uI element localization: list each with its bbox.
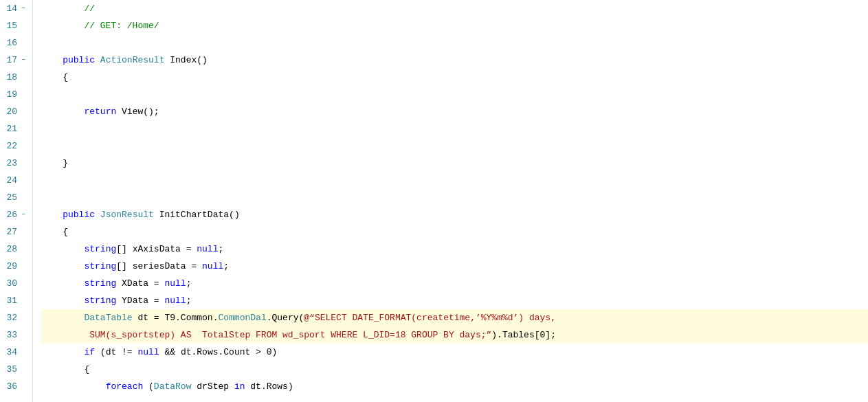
code-token: ).Tables[0]; [491, 326, 556, 344]
code-token: InitChartData() [154, 206, 240, 223]
code-line: { [41, 361, 868, 378]
code-line [41, 172, 868, 189]
code-token [95, 52, 100, 69]
code-token: { [41, 223, 68, 241]
code-line: return View(); [41, 103, 868, 120]
line-number: 33 [3, 326, 17, 344]
code-token: && dt.Rows.Count > 0) [159, 344, 278, 361]
code-token: drStep [191, 378, 234, 395]
line-number-row: 24 [3, 172, 27, 189]
line-number-row: 33 [3, 326, 27, 344]
line-number: 15 [3, 17, 17, 34]
code-token: null [202, 258, 223, 275]
line-number-row: 15 [3, 17, 27, 34]
code-token [41, 206, 63, 223]
code-token: XData = [116, 275, 164, 292]
code-token: null [164, 275, 186, 292]
code-token: JsonResult [100, 206, 154, 223]
line-number: 25 [3, 189, 17, 206]
code-token: dt = T9.Common. [133, 309, 219, 326]
line-number-row: 21 [3, 120, 27, 137]
code-token [41, 292, 84, 309]
code-token [41, 258, 84, 275]
code-token: foreach [106, 378, 144, 395]
line-number-row: 26− [3, 206, 27, 223]
line-number-row: 16 [3, 34, 27, 52]
line-number-row: 31 [3, 292, 27, 309]
line-number-row: 17− [3, 52, 27, 69]
code-token: // [41, 0, 95, 17]
code-token [41, 103, 84, 120]
code-token: if [84, 344, 95, 361]
code-line: // GET: /Home/ [41, 17, 868, 34]
fold-icon[interactable]: − [20, 212, 27, 219]
line-number: 27 [3, 223, 17, 241]
code-token: ; [218, 241, 223, 258]
code-token: ( [143, 378, 154, 395]
code-line: { [41, 69, 868, 86]
code-line: // [41, 0, 868, 17]
code-token: ; [186, 292, 192, 309]
code-token: (dt != [95, 344, 137, 361]
line-number: 14 [3, 0, 17, 17]
line-number: 31 [3, 292, 17, 309]
line-number-row: 30 [3, 275, 27, 292]
code-token: YData = [116, 292, 164, 309]
code-line: public JsonResult InitChartData() [41, 206, 868, 223]
code-token: null [137, 344, 159, 361]
code-line: DataTable dt = T9.Common.CommonDal.Query… [41, 309, 868, 326]
code-token: ActionResult [100, 52, 165, 69]
code-token [41, 241, 84, 258]
code-token: { [41, 69, 68, 86]
code-token: string [84, 292, 116, 309]
code-token: } [41, 155, 68, 172]
fold-icon[interactable]: − [20, 57, 27, 64]
code-token: DataRow [154, 378, 192, 395]
line-number: 32 [3, 309, 17, 326]
line-number: 18 [3, 69, 17, 86]
code-line [41, 137, 868, 155]
code-token: .Query( [267, 309, 304, 326]
code-line: string XData = null; [41, 275, 868, 292]
line-number: 19 [3, 86, 17, 103]
line-number-row: 36 [3, 378, 27, 395]
code-line [41, 34, 868, 52]
code-token: // GET: /Home/ [41, 17, 159, 34]
line-number-row: 27 [3, 223, 27, 241]
code-line [41, 120, 868, 137]
line-number: 23 [3, 155, 17, 172]
line-number-row: 32 [3, 309, 27, 326]
code-token: [] seriesData = [116, 258, 202, 275]
code-token [41, 378, 106, 395]
code-line: string[] seriesData = null; [41, 258, 868, 275]
code-line: string YData = null; [41, 292, 868, 309]
code-line: { [41, 223, 868, 241]
code-token: in [234, 378, 245, 395]
line-number-row: 25 [3, 189, 27, 206]
code-line: SUM(s_sportstep) AS TotalStep FROM wd_sp… [41, 326, 868, 344]
code-token: string [84, 275, 116, 292]
code-line [41, 86, 868, 103]
line-number: 36 [3, 378, 17, 395]
code-line: foreach (DataRow drStep in dt.Rows) [41, 378, 868, 395]
line-number: 24 [3, 172, 17, 189]
code-token [95, 206, 100, 223]
line-number-row: 35 [3, 361, 27, 378]
line-number: 30 [3, 275, 17, 292]
code-token: [] xAxisData = [116, 241, 197, 258]
code-content[interactable]: // // GET: /Home/ public ActionResult In… [33, 0, 868, 402]
line-number-row: 34 [3, 344, 27, 361]
code-token: string [84, 241, 116, 258]
line-number: 28 [3, 241, 17, 258]
line-number: 21 [3, 120, 17, 137]
line-number: 16 [3, 34, 17, 52]
code-token: null [197, 241, 218, 258]
line-number-row: 23 [3, 155, 27, 172]
line-number: 26 [3, 206, 17, 223]
code-token: CommonDal [218, 309, 266, 326]
fold-icon[interactable]: − [20, 5, 27, 12]
line-number: 20 [3, 103, 17, 120]
line-number-row: 28 [3, 241, 27, 258]
code-token: Index() [164, 52, 207, 69]
code-line: } [41, 155, 868, 172]
